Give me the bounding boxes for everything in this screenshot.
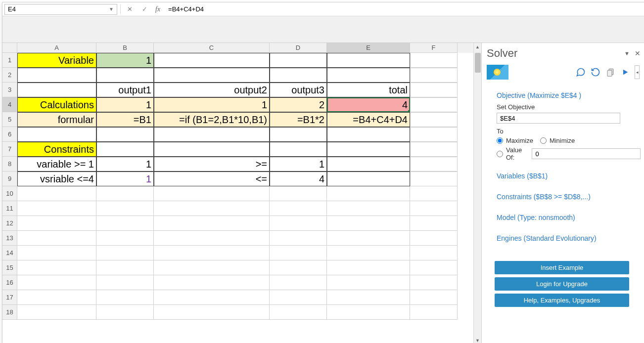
cell-E17[interactable] [327, 290, 410, 305]
cell-E10[interactable] [327, 186, 410, 201]
formula-input[interactable] [165, 4, 644, 15]
cell-F15[interactable] [410, 260, 458, 275]
cell-B15[interactable] [96, 260, 154, 275]
row-header-6[interactable]: 6 [2, 127, 17, 142]
col-header-E[interactable]: E [327, 43, 410, 53]
col-header-A[interactable]: A [17, 43, 96, 53]
cell-A16[interactable] [17, 275, 96, 290]
cell-D6[interactable] [270, 127, 327, 142]
row-header-16[interactable]: 16 [2, 275, 17, 290]
login-upgrade-button[interactable]: Login for Upgrade [495, 277, 629, 291]
cell-D7[interactable] [270, 142, 327, 157]
cell-A7[interactable]: Constraints [17, 142, 96, 157]
cell-A3[interactable] [17, 83, 96, 97]
row-header-10[interactable]: 10 [2, 186, 17, 201]
cell-A12[interactable] [17, 216, 96, 231]
cell-C6[interactable] [154, 127, 270, 142]
refresh-icon[interactable] [590, 67, 601, 78]
cell-B3[interactable]: output1 [96, 83, 154, 97]
cell-C5[interactable]: =if (B1=2,B1*10,B1) [154, 112, 270, 127]
cell-F18[interactable] [410, 305, 458, 320]
cell-C4[interactable]: 1 [154, 97, 270, 112]
fx-label[interactable]: fx [153, 5, 162, 13]
copy-icon[interactable] [605, 67, 616, 78]
set-objective-input[interactable] [497, 113, 620, 124]
model-link[interactable]: Model (Type: nonsmooth) [497, 214, 641, 221]
cell-E9[interactable] [327, 172, 410, 186]
cell-E2[interactable] [327, 68, 410, 83]
cell-C10[interactable] [154, 186, 270, 201]
row-header-12[interactable]: 12 [2, 216, 17, 231]
cell-A1[interactable]: Variable [17, 53, 96, 68]
cell-B14[interactable] [96, 246, 154, 260]
minimize-radio[interactable] [540, 137, 547, 144]
cell-D2[interactable] [270, 68, 327, 83]
cell-B2[interactable] [96, 68, 154, 83]
scroll-up-icon[interactable]: ▲ [474, 43, 482, 51]
cell-E1[interactable] [327, 53, 410, 68]
constraints-link[interactable]: Constraints ($B$8 >= $D$8,...) [497, 193, 641, 201]
play-icon[interactable] [620, 67, 631, 78]
maximize-radio[interactable] [497, 137, 503, 144]
cell-E6[interactable] [327, 127, 410, 142]
cell-D16[interactable] [270, 275, 327, 290]
row-header-4[interactable]: 4 [2, 97, 17, 112]
lightbulb-icon[interactable] [487, 65, 508, 80]
cell-B7[interactable] [96, 142, 154, 157]
row-header-17[interactable]: 17 [2, 290, 17, 305]
cell-E16[interactable] [327, 275, 410, 290]
cell-B9[interactable]: 1 [96, 172, 154, 186]
cell-F11[interactable] [410, 201, 458, 216]
cell-D10[interactable] [270, 186, 327, 201]
cell-D13[interactable] [270, 231, 327, 246]
cell-D15[interactable] [270, 260, 327, 275]
cell-D17[interactable] [270, 290, 327, 305]
col-header-F[interactable]: F [410, 43, 458, 53]
cell-E14[interactable] [327, 246, 410, 260]
accept-formula-button[interactable]: ✓ [138, 4, 150, 15]
cell-C13[interactable] [154, 231, 270, 246]
name-box[interactable]: E4 ▼ [4, 4, 117, 15]
row-header-2[interactable]: 2 [2, 68, 17, 83]
scroll-down-icon[interactable]: ▼ [474, 337, 482, 343]
cell-E5[interactable]: =B4+C4+D4 [327, 112, 410, 127]
cell-E4[interactable]: 4 [327, 97, 410, 112]
chevron-down-icon[interactable]: ▼ [624, 50, 630, 56]
row-header-9[interactable]: 9 [2, 172, 17, 186]
cell-F6[interactable] [410, 127, 458, 142]
cell-A6[interactable] [17, 127, 96, 142]
cell-E15[interactable] [327, 260, 410, 275]
close-icon[interactable]: ✕ [635, 49, 641, 57]
cell-D4[interactable]: 2 [270, 97, 327, 112]
cell-F4[interactable] [410, 97, 458, 112]
cell-F10[interactable] [410, 186, 458, 201]
chat-icon[interactable] [575, 67, 586, 78]
cell-C16[interactable] [154, 275, 270, 290]
cell-A2[interactable] [17, 68, 96, 83]
cell-B8[interactable]: 1 [96, 157, 154, 172]
cell-F9[interactable] [410, 172, 458, 186]
select-all-corner[interactable] [2, 43, 17, 53]
row-header-14[interactable]: 14 [2, 246, 17, 260]
cell-E8[interactable] [327, 157, 410, 172]
cell-A9[interactable]: vsriable <=4 [17, 172, 96, 186]
cell-C18[interactable] [154, 305, 270, 320]
row-header-1[interactable]: 1 [2, 53, 17, 68]
cell-A14[interactable] [17, 246, 96, 260]
valueof-input[interactable] [532, 148, 641, 159]
row-header-8[interactable]: 8 [2, 157, 17, 172]
cell-B1[interactable]: 1 [96, 53, 154, 68]
row-header-11[interactable]: 11 [2, 201, 17, 216]
spreadsheet-grid[interactable]: A B C D E F 1 Variable 1 [2, 43, 473, 343]
row-header-3[interactable]: 3 [2, 83, 17, 97]
cell-A11[interactable] [17, 201, 96, 216]
help-button[interactable]: Help, Examples, Upgrades [495, 294, 629, 307]
cell-E12[interactable] [327, 216, 410, 231]
cell-A4[interactable]: Calculations [17, 97, 96, 112]
cell-F16[interactable] [410, 275, 458, 290]
expand-tab-icon[interactable]: ◂ [635, 65, 640, 79]
cell-B5[interactable]: =B1 [96, 112, 154, 127]
row-header-18[interactable]: 18 [2, 305, 17, 320]
cell-B17[interactable] [96, 290, 154, 305]
cell-A13[interactable] [17, 231, 96, 246]
